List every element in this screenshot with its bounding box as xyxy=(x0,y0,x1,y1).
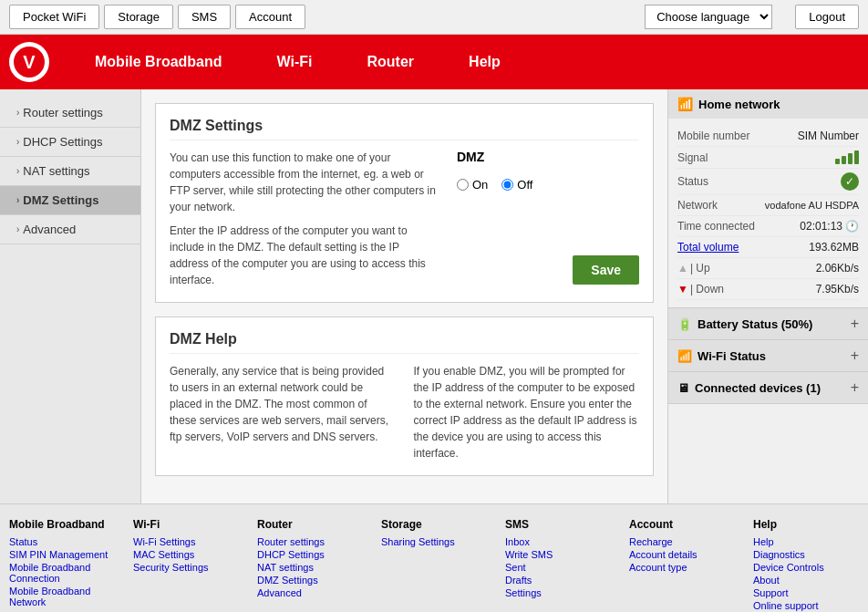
footer-link-inbox[interactable]: Inbox xyxy=(505,536,611,547)
dmz-on-option[interactable]: On xyxy=(457,178,488,192)
signal-label: Signal xyxy=(677,151,708,164)
dmz-radio-group: On Off xyxy=(457,178,532,192)
footer-link-about[interactable]: About xyxy=(753,575,859,586)
footer-link-security-settings[interactable]: Security Settings xyxy=(133,562,239,573)
total-volume-label[interactable]: Total volume xyxy=(677,241,739,254)
down-arrow-icon: ▼ xyxy=(677,283,688,296)
wifi-status-title-wrap: 📶 Wi-Fi Status xyxy=(677,349,766,363)
help-col-2: If you enable DMZ, you will be prompted … xyxy=(414,363,640,462)
footer-link-help[interactable]: Help xyxy=(753,536,859,547)
footer-link-advanced[interactable]: Advanced xyxy=(257,587,363,598)
footer-link-mb-network[interactable]: Mobile Broadband Network xyxy=(9,586,115,607)
sidebar-item-advanced[interactable]: › Advanced xyxy=(0,215,140,244)
footer-link-diagnostics[interactable]: Diagnostics xyxy=(753,549,859,560)
arrow-icon: › xyxy=(16,195,19,205)
total-volume-row: Total volume 193.62MB xyxy=(677,237,859,258)
vodafone-logo-icon: V xyxy=(14,47,45,78)
nav-mobile-broadband[interactable]: Mobile Broadband xyxy=(67,35,250,89)
total-volume-value: 193.62MB xyxy=(809,241,859,254)
save-button[interactable]: Save xyxy=(573,255,639,285)
dmz-on-radio[interactable] xyxy=(457,179,469,191)
account-button[interactable]: Account xyxy=(235,5,305,29)
dmz-card-body: You can use this function to make one of… xyxy=(170,150,639,288)
top-nav: Pocket WiFi Storage SMS Account Choose l… xyxy=(0,0,868,35)
network-label: Network xyxy=(677,199,718,212)
dmz-off-option[interactable]: Off xyxy=(501,178,532,192)
dmz-help-card: DMZ Help Generally, any service that is … xyxy=(155,316,654,476)
footer-link-account-type[interactable]: Account type xyxy=(629,562,735,573)
sidebar-item-nat-settings[interactable]: › NAT settings xyxy=(0,157,140,186)
footer-link-support[interactable]: Support xyxy=(753,587,859,598)
footer-link-router-settings[interactable]: Router settings xyxy=(257,536,363,547)
footer-link-mb-connection[interactable]: Mobile Broadband Connection xyxy=(9,562,115,584)
signal-bar-3 xyxy=(848,153,852,164)
footer-link-drafts[interactable]: Drafts xyxy=(505,575,611,586)
main-panel: DMZ Settings You can use this function t… xyxy=(141,89,667,503)
footer-link-device-controls[interactable]: Device Controls xyxy=(753,562,859,573)
nav-wifi[interactable]: Wi-Fi xyxy=(250,35,340,89)
up-arrow-icon: ▲ xyxy=(677,262,688,275)
footer-link-sent[interactable]: Sent xyxy=(505,562,611,573)
footer-link-wifi-settings[interactable]: Wi-Fi Settings xyxy=(133,536,239,547)
arrow-icon: › xyxy=(16,108,19,118)
wifi-status-collapsible[interactable]: 📶 Wi-Fi Status + xyxy=(668,340,868,372)
status-ok-icon: ✓ xyxy=(841,172,859,191)
footer-link-write-sms[interactable]: Write SMS xyxy=(505,549,611,560)
time-connected-value: 02:01:13 🕐 xyxy=(800,220,859,233)
footer-link-dmz[interactable]: DMZ Settings xyxy=(257,575,363,586)
storage-button[interactable]: Storage xyxy=(104,5,173,29)
footer-link-status[interactable]: Status xyxy=(9,536,115,547)
sidebar-item-dhcp-settings[interactable]: › DHCP Settings xyxy=(0,128,140,157)
wifi-expand-icon: + xyxy=(851,347,859,364)
footer-router-title: Router xyxy=(257,518,363,531)
main-nav: Mobile Broadband Wi-Fi Router Help xyxy=(67,35,859,89)
footer-link-account-details[interactable]: Account details xyxy=(629,549,735,560)
footer-help-title: Help xyxy=(753,518,859,531)
footer-col-storage: Storage Sharing Settings xyxy=(381,518,487,612)
footer-col-mobile-broadband: Mobile Broadband Status SIM PIN Manageme… xyxy=(9,518,115,612)
nav-help[interactable]: Help xyxy=(441,35,528,89)
battery-icon: 🔋 xyxy=(677,317,692,331)
language-select[interactable]: Choose language xyxy=(645,5,772,29)
arrow-icon: › xyxy=(16,224,19,234)
dmz-description: You can use this function to make one of… xyxy=(170,150,439,288)
status-label: Status xyxy=(677,175,708,188)
dmz-help-body: Generally, any service that is being pro… xyxy=(170,363,639,462)
mobile-number-label: Mobile number xyxy=(677,130,749,142)
sms-button[interactable]: SMS xyxy=(178,5,231,29)
signal-bar-1 xyxy=(835,159,840,164)
up-row: ▲ | Up 2.06Kb/s xyxy=(677,258,859,279)
dmz-off-radio[interactable] xyxy=(501,179,513,191)
footer-col-account: Account Recharge Account details Account… xyxy=(629,518,735,612)
footer-link-dhcp[interactable]: DHCP Settings xyxy=(257,549,363,560)
home-network-header: 📶 Home network xyxy=(668,89,868,119)
pocket-wifi-button[interactable]: Pocket WiFi xyxy=(9,5,99,29)
network-value: vodafone AU HSDPA xyxy=(765,200,859,211)
nav-router[interactable]: Router xyxy=(340,35,442,89)
footer: Mobile Broadband Status SIM PIN Manageme… xyxy=(0,503,868,612)
home-network-content: Mobile number SIM Number Signal Status xyxy=(668,119,868,307)
signal-bar-2 xyxy=(842,156,846,164)
battery-status-collapsible[interactable]: 🔋 Battery Status (50%) + xyxy=(668,308,868,340)
wifi-status-title: Wi-Fi Status xyxy=(698,349,766,363)
footer-link-sms-settings[interactable]: Settings xyxy=(505,587,611,598)
clock-icon: 🕐 xyxy=(845,220,859,233)
footer-link-online-support[interactable]: Online support xyxy=(753,600,859,611)
footer-storage-title: Storage xyxy=(381,518,487,531)
footer-link-sharing[interactable]: Sharing Settings xyxy=(381,536,487,547)
logout-button[interactable]: Logout xyxy=(795,5,859,29)
footer-link-sim-pin[interactable]: SIM PIN Management xyxy=(9,549,115,560)
sidebar: › Router settings › DHCP Settings › NAT … xyxy=(0,89,141,503)
footer-col-help: Help Help Diagnostics Device Controls Ab… xyxy=(753,518,859,612)
battery-status-title: Battery Status (50%) xyxy=(698,317,812,331)
footer-link-nat[interactable]: NAT settings xyxy=(257,562,363,573)
network-row: Network vodafone AU HSDPA xyxy=(677,195,859,216)
wifi-status-icon: 📶 xyxy=(677,349,692,363)
connected-devices-collapsible[interactable]: 🖥 Connected devices (1) + xyxy=(668,372,868,404)
footer-link-mac-settings[interactable]: MAC Settings xyxy=(133,549,239,560)
footer-link-recharge[interactable]: Recharge xyxy=(629,536,735,547)
vodafone-logo: V xyxy=(9,42,49,82)
sidebar-item-dmz-settings[interactable]: › DMZ Settings xyxy=(0,186,140,215)
sidebar-item-router-settings[interactable]: › Router settings xyxy=(0,99,140,128)
arrow-icon: › xyxy=(16,166,19,176)
